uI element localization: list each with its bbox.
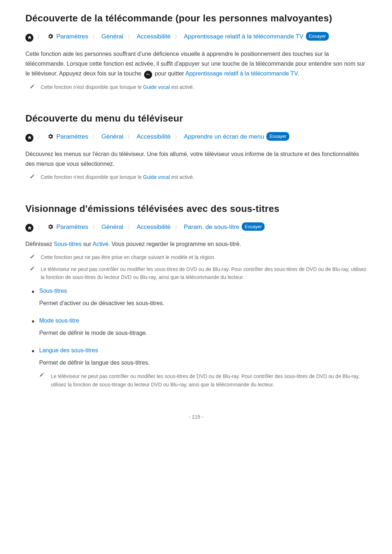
- note-text: Cette fonction n'est disponible que lors…: [41, 173, 194, 181]
- pencil-icon: [39, 372, 44, 379]
- note: Cette fonction n'est disponible que lors…: [30, 173, 367, 181]
- path-accessibility[interactable]: Accessibilité: [137, 133, 171, 140]
- chevron-icon: 〉: [127, 224, 133, 230]
- chevron-icon: 〉: [175, 134, 180, 140]
- chevron-icon: 〉: [37, 134, 43, 140]
- heading-subtitles: Visionnage d'émissions télévisées avec d…: [25, 203, 367, 214]
- body-text: Cette fonction aide les personnes souffr…: [25, 49, 367, 79]
- home-icon: [25, 134, 33, 142]
- body-text: Définissez Sous-titres sur Activé. Vous …: [25, 239, 367, 249]
- inline-link[interactable]: Apprentissage relatif à la télécommande …: [185, 70, 298, 77]
- note-a: Cette fonction n'est disponible que lors…: [41, 84, 143, 90]
- note-text: Le téléviseur ne peut pas contrôler ou m…: [41, 265, 367, 282]
- chevron-icon: 〉: [37, 224, 43, 230]
- chevron-icon: 〉: [92, 134, 98, 140]
- chevron-icon: 〉: [92, 33, 98, 40]
- note-text: Cette fonction n'est disponible que lors…: [41, 83, 194, 91]
- path-accessibility[interactable]: Accessibilité: [137, 33, 171, 40]
- chevron-icon: 〉: [92, 224, 98, 230]
- path-general[interactable]: Général: [102, 33, 123, 40]
- note-b: est activé.: [170, 84, 194, 90]
- list-item: Langue des sous-titres Permet de définir…: [32, 347, 367, 389]
- bullet-desc: Permet d'activer ou de désactiver les so…: [39, 300, 164, 306]
- path-settings[interactable]: Paramètres: [56, 133, 88, 140]
- body-text: Découvrez les menus sur l'écran du télév…: [25, 149, 367, 169]
- note: Cette fonction n'est disponible que lors…: [30, 83, 367, 91]
- pencil-icon: [30, 266, 35, 272]
- try-badge[interactable]: Essayer: [306, 32, 329, 41]
- path-settings[interactable]: Paramètres: [56, 223, 88, 230]
- gear-icon: [47, 133, 54, 140]
- try-badge[interactable]: Essayer: [242, 222, 265, 231]
- path-accessibility[interactable]: Accessibilité: [137, 223, 171, 230]
- section-tv-menu: Découverte du menu du téléviseur 〉 Param…: [25, 113, 367, 181]
- note-link[interactable]: Guide vocal: [143, 84, 170, 90]
- bullet-desc: Permet de définir la langue des sous-tit…: [39, 360, 150, 366]
- bullet-title[interactable]: Langue des sous-titres: [39, 347, 367, 354]
- bullet-title[interactable]: Mode sous-titre: [39, 317, 367, 324]
- nested-note: Le téléviseur ne peut pas contrôler ou m…: [39, 372, 367, 389]
- body-b: sur: [82, 241, 93, 247]
- bullet-list: Sous-titres Permet d'activer ou de désac…: [32, 288, 367, 389]
- gear-icon: [47, 223, 54, 230]
- chevron-icon: 〉: [37, 33, 43, 40]
- path-settings[interactable]: Paramètres: [56, 33, 88, 40]
- note-link[interactable]: Guide vocal: [143, 174, 170, 180]
- body-part-d: .: [297, 70, 299, 77]
- path-general[interactable]: Général: [102, 223, 123, 230]
- list-item: Sous-titres Permet d'activer ou de désac…: [32, 288, 367, 308]
- pencil-icon: [30, 174, 35, 180]
- bullet-desc: Permet de définir le mode de sous-titrag…: [39, 330, 147, 336]
- note-1: Cette fonction peut ne pas être prise en…: [30, 253, 367, 261]
- bullet-title[interactable]: Sous-titres: [39, 288, 367, 294]
- nav-path-1: 〉 Paramètres 〉 Général 〉 Accessibilité 〉…: [25, 32, 367, 42]
- path-last[interactable]: Apprendre un écran de menu: [184, 133, 264, 140]
- chevron-icon: 〉: [175, 224, 180, 230]
- page-number: - 115 -: [25, 414, 367, 420]
- note-2: Le téléviseur ne peut pas contrôler ou m…: [30, 265, 367, 282]
- pencil-icon: [30, 84, 35, 90]
- path-last[interactable]: Apprentissage relatif à la télécommande …: [184, 33, 303, 40]
- note-text: Cette fonction peut ne pas être prise en…: [41, 253, 216, 261]
- note-a: Cette fonction n'est disponible que lors…: [41, 174, 143, 180]
- note-b: est activé.: [170, 174, 194, 180]
- heading-tv-menu: Découverte du menu du téléviseur: [25, 113, 367, 124]
- inline-link-1[interactable]: Sous-titres: [54, 241, 81, 247]
- gear-icon: [47, 33, 54, 40]
- path-general[interactable]: Général: [102, 133, 123, 140]
- section-remote-discovery: Découverte de la télécommande (pour les …: [25, 13, 367, 91]
- try-badge[interactable]: Essayer: [266, 132, 289, 141]
- back-icon: [144, 71, 152, 79]
- section-subtitles: Visionnage d'émissions télévisées avec d…: [25, 203, 367, 389]
- inline-link-2[interactable]: Activé: [93, 241, 109, 247]
- note-text: Le téléviseur ne peut pas contrôler ou m…: [51, 372, 367, 389]
- home-icon: [25, 224, 33, 232]
- body-part-b: pour quitter: [155, 70, 185, 77]
- body-a: Définissez: [25, 241, 54, 247]
- list-item: Mode sous-titre Permet de définir le mod…: [32, 317, 367, 338]
- chevron-icon: 〉: [127, 33, 133, 40]
- heading-remote-discovery: Découverte de la télécommande (pour les …: [25, 13, 367, 24]
- body-c: . Vous pouvez regarder le programme en s…: [109, 241, 241, 247]
- pencil-icon: [30, 254, 35, 260]
- path-last[interactable]: Param. de sous-titre: [184, 223, 240, 230]
- nav-path-2: 〉 Paramètres 〉 Général 〉 Accessibilité 〉…: [25, 132, 367, 142]
- chevron-icon: 〉: [127, 134, 133, 140]
- home-icon: [25, 34, 33, 42]
- chevron-icon: 〉: [175, 33, 180, 40]
- nav-path-3: 〉 Paramètres 〉 Général 〉 Accessibilité 〉…: [25, 222, 367, 232]
